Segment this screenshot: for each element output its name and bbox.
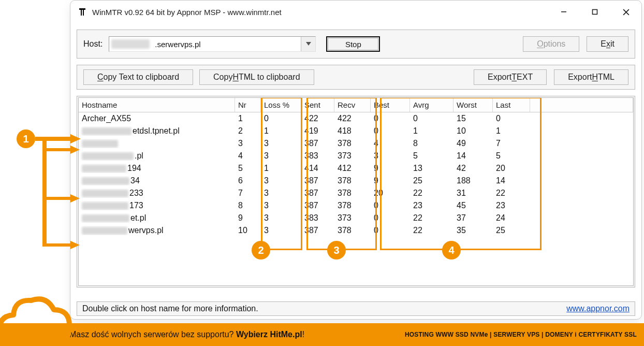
- cell-loss: 1: [261, 126, 301, 136]
- copy-text-button[interactable]: Copy Text to clipboard: [83, 69, 193, 85]
- cell-loss: 3: [261, 226, 301, 235]
- cell-best: 0: [371, 213, 410, 223]
- cell-hostname: 233: [79, 189, 235, 198]
- cell-recv: 422: [334, 114, 371, 123]
- col-loss[interactable]: Loss %: [261, 98, 301, 112]
- cell-hostname: etdsl.tpnet.pl: [79, 126, 235, 136]
- cell-worst: 49: [453, 139, 493, 148]
- table-row[interactable]: 173833873780234523: [79, 199, 633, 212]
- cell-avrg: 23: [410, 201, 453, 210]
- cell-worst: 15: [453, 114, 493, 123]
- cell-last: 5: [493, 151, 530, 161]
- annotation-branch: [46, 243, 71, 247]
- cell-best: 0: [371, 226, 410, 235]
- cell-recv: 373: [334, 213, 371, 223]
- table-row[interactable]: et.pl933833730223724: [79, 212, 633, 224]
- options-button[interactable]: Options: [523, 36, 579, 52]
- host-panel: Host: .serwervps.pl Stop Options Exit: [77, 30, 635, 59]
- cell-hostname: .pl: [79, 151, 235, 161]
- maximize-button[interactable]: [579, 1, 610, 23]
- appnor-link[interactable]: www.appnor.com: [566, 304, 630, 313]
- stop-button-focus: Stop: [326, 36, 380, 52]
- annotation-badge-2: 2: [252, 241, 270, 260]
- cell-sent: 419: [301, 126, 334, 136]
- cell-nr: 7: [235, 189, 261, 198]
- copy-html-button[interactable]: Copy HTML to clipboard: [199, 69, 314, 85]
- exit-button[interactable]: Exit: [587, 36, 628, 52]
- host-dropdown-button[interactable]: [301, 37, 315, 51]
- table-row[interactable]: 194514144129134220: [79, 162, 633, 175]
- cell-worst: 45: [453, 201, 493, 210]
- app-window: WinMTR v0.92 64 bit by Appnor MSP - www.…: [70, 0, 642, 320]
- cell-sent: 387: [301, 176, 334, 185]
- table-row[interactable]: .pl4338337335145: [79, 150, 633, 162]
- cell-recv: 378: [334, 176, 371, 185]
- cell-nr: 6: [235, 176, 261, 185]
- titlebar[interactable]: WinMTR v0.92 64 bit by Appnor MSP - www.…: [70, 1, 641, 23]
- close-button[interactable]: [610, 1, 641, 23]
- cell-recv: 412: [334, 164, 371, 173]
- window-title: WinMTR v0.92 64 bit by Appnor MSP - www.…: [92, 8, 282, 17]
- chevron-down-icon: [306, 42, 311, 46]
- results-panel: Hostname Nr Loss % Sent Recv Best Avrg W…: [77, 96, 635, 287]
- col-avrg[interactable]: Avrg: [410, 98, 453, 112]
- cell-worst: 188: [453, 176, 493, 185]
- cell-avrg: 8: [410, 139, 453, 148]
- annotation-branch: [46, 197, 71, 200]
- col-recv[interactable]: Recv: [334, 98, 371, 112]
- annotation-rail-vertical: [42, 141, 47, 247]
- svg-rect-3: [561, 11, 566, 12]
- results-table[interactable]: Hostname Nr Loss % Sent Recv Best Avrg W…: [78, 97, 634, 286]
- col-worst[interactable]: Worst: [453, 98, 493, 112]
- stop-button[interactable]: Stop: [328, 38, 378, 50]
- table-row[interactable]: etdsl.tpnet.pl2141941801101: [79, 125, 633, 137]
- table-row[interactable]: wervps.pl1033873780223525: [79, 224, 633, 237]
- cell-best: 0: [371, 126, 410, 136]
- host-label: Host:: [83, 39, 103, 49]
- annotation-badge-1: 1: [17, 129, 35, 148]
- cell-nr: 8: [235, 201, 261, 210]
- cell-last: 1: [493, 126, 530, 136]
- cell-hostname: et.pl: [79, 213, 235, 223]
- cell-loss: 0: [261, 114, 301, 123]
- host-input[interactable]: .serwervps.pl: [109, 36, 316, 52]
- cell-hostname: 173: [79, 201, 235, 210]
- col-nr[interactable]: Nr: [235, 98, 261, 112]
- banner-right: HOSTING WWW SSD NVMe | SERWERY VPS | DOM…: [405, 331, 637, 338]
- cell-worst: 10: [453, 126, 493, 136]
- cell-last: 25: [493, 226, 530, 235]
- table-row[interactable]: 2337338737820223122: [79, 187, 633, 199]
- status-bar: Double click on host name for more infor…: [77, 301, 635, 316]
- cell-sent: 414: [301, 164, 334, 173]
- col-hostname[interactable]: Hostname: [79, 98, 235, 112]
- col-last[interactable]: Last: [493, 98, 530, 112]
- col-best[interactable]: Best: [371, 98, 410, 112]
- cell-sent: 383: [301, 213, 334, 223]
- table-row[interactable]: 346338737892518814: [79, 175, 633, 187]
- status-text: Double click on host name for more infor…: [82, 304, 258, 313]
- table-header: Hostname Nr Loss % Sent Recv Best Avrg W…: [79, 98, 633, 112]
- col-sent[interactable]: Sent: [301, 98, 334, 112]
- host-blurred-prefix: [111, 39, 150, 49]
- cell-recv: 373: [334, 151, 371, 161]
- cell-avrg: 13: [410, 164, 453, 173]
- cell-last: 7: [493, 139, 530, 148]
- table-row[interactable]: 3338737848497: [79, 137, 633, 150]
- export-text-button[interactable]: Export TEXT: [474, 69, 547, 85]
- cell-loss: 3: [261, 189, 301, 198]
- cell-sent: 387: [301, 201, 334, 210]
- cell-loss: 3: [261, 139, 301, 148]
- cell-hostname: 34: [79, 176, 235, 185]
- cell-last: 23: [493, 201, 530, 210]
- cell-best: 3: [371, 151, 410, 161]
- export-html-button[interactable]: Export HTML: [554, 69, 628, 85]
- cell-hostname: wervps.pl: [79, 226, 235, 235]
- cell-last: 24: [493, 213, 530, 223]
- table-row[interactable]: Archer_AX551042242200150: [79, 112, 633, 125]
- minimize-button[interactable]: [548, 1, 579, 23]
- arrow-right-icon: [70, 193, 81, 204]
- cell-best: 0: [371, 114, 410, 123]
- host-suffix: .serwervps.pl: [155, 40, 200, 49]
- svg-rect-4: [593, 10, 597, 15]
- arrow-right-icon: [70, 240, 81, 250]
